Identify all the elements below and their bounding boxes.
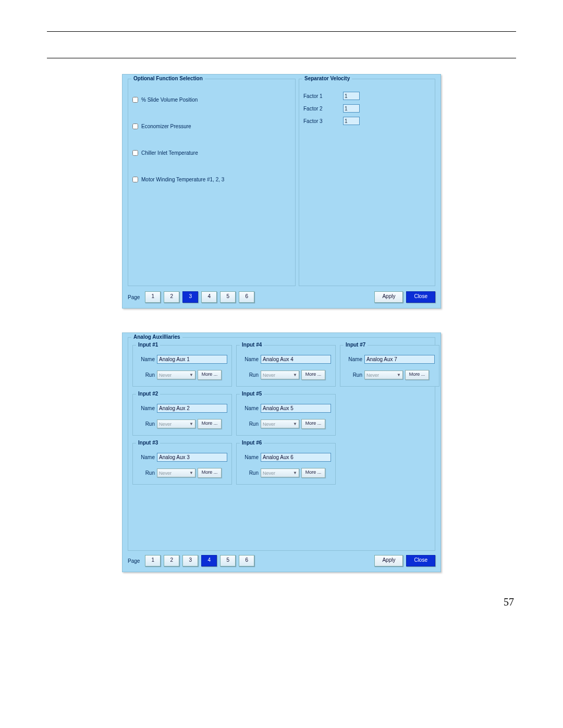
aux-run-value: Never <box>159 471 172 476</box>
aux-more-button[interactable]: More ... <box>198 370 222 380</box>
aux-name-field[interactable] <box>261 404 331 413</box>
page-button-4[interactable]: 4 <box>201 555 217 566</box>
ofs-checkbox[interactable] <box>132 124 138 129</box>
second-rule <box>47 58 516 58</box>
aux-input-legend: Input #1 <box>136 342 160 348</box>
ofs-option-chiller-inlet[interactable]: Chiller Inlet Temperature <box>132 150 291 156</box>
close-button[interactable]: Close <box>406 555 435 566</box>
ofs-label: Economizer Pressure <box>141 124 191 129</box>
analog-aux-legend: Analog Auxilliaries <box>131 334 182 340</box>
aux-run-value: Never <box>263 373 275 378</box>
optional-function-legend: Optional Function Selection <box>131 76 205 81</box>
ofs-checkbox[interactable] <box>132 150 138 156</box>
page-button-3[interactable]: 3 <box>182 291 198 303</box>
page-button-5[interactable]: 5 <box>220 555 236 566</box>
ofs-option-economizer[interactable]: Economizer Pressure <box>132 124 291 129</box>
aux-input-1: Input #1NameRunNever▼More ... <box>132 345 232 387</box>
ofs-option-motor-winding[interactable]: Motor Winding Temperature #1, 2, 3 <box>132 177 291 182</box>
aux-more-button[interactable]: More ... <box>301 468 325 478</box>
pager-row-1: Page 123456 Apply Close <box>128 291 435 303</box>
page-button-6[interactable]: 6 <box>239 291 254 303</box>
aux-run-value: Never <box>366 373 379 378</box>
aux-run-value: Never <box>159 373 172 378</box>
aux-name-label: Name <box>137 356 155 362</box>
aux-more-button[interactable]: More ... <box>198 468 222 478</box>
aux-input-5: Input #5NameRunNever▼More ... <box>236 394 336 436</box>
analog-aux-panel: Analog Auxilliaries Input #1NameRunNever… <box>122 332 441 572</box>
aux-input-legend: Input #5 <box>240 391 264 397</box>
aux-run-value: Never <box>263 422 275 427</box>
aux-more-button[interactable]: More ... <box>198 419 222 429</box>
page-button-4[interactable]: 4 <box>201 291 217 303</box>
sv-row-1: Factor 1 <box>303 92 431 100</box>
chevron-down-icon: ▼ <box>189 471 193 475</box>
optional-function-panel: Optional Function Selection % Slide Volu… <box>122 74 441 309</box>
aux-more-button[interactable]: More ... <box>301 419 325 429</box>
aux-run-select[interactable]: Never▼ <box>364 371 403 379</box>
page-button-2[interactable]: 2 <box>164 555 179 566</box>
sv-input-3[interactable] <box>343 117 360 125</box>
page-button-1[interactable]: 1 <box>145 555 161 566</box>
aux-input-7: Input #7NameRunNever▼More ... <box>340 345 439 387</box>
aux-run-select[interactable]: Never▼ <box>157 468 195 477</box>
pager-label: Page <box>128 558 140 564</box>
aux-name-field[interactable] <box>157 453 227 462</box>
aux-input-legend: Input #3 <box>136 440 160 446</box>
ofs-checkbox[interactable] <box>132 97 138 103</box>
close-button[interactable]: Close <box>406 291 435 303</box>
aux-run-label: Run <box>137 372 155 378</box>
ofs-label: % Slide Volume Position <box>141 97 198 103</box>
page-button-2[interactable]: 2 <box>164 291 179 303</box>
aux-name-field[interactable] <box>261 355 331 364</box>
chevron-down-icon: ▼ <box>397 373 401 377</box>
ofs-label: Chiller Inlet Temperature <box>141 150 198 156</box>
page-button-5[interactable]: 5 <box>220 291 236 303</box>
aux-name-field[interactable] <box>157 404 227 413</box>
aux-name-field[interactable] <box>157 355 227 364</box>
separator-velocity-group: Separator Velocity Factor 1 Factor 2 Fac… <box>299 79 435 286</box>
apply-button[interactable]: Apply <box>374 555 403 566</box>
aux-run-select[interactable]: Never▼ <box>261 371 299 379</box>
aux-input-legend: Input #7 <box>344 342 368 348</box>
aux-input-3: Input #3NameRunNever▼More ... <box>132 443 232 485</box>
aux-input-6: Input #6NameRunNever▼More ... <box>236 443 336 485</box>
aux-run-select[interactable]: Never▼ <box>261 419 299 428</box>
screenshot-1-wrap: Optional Function Selection % Slide Volu… <box>47 74 516 309</box>
chevron-down-icon: ▼ <box>293 373 297 377</box>
ofs-checkbox[interactable] <box>132 177 138 182</box>
aux-run-select[interactable]: Never▼ <box>261 468 299 477</box>
aux-run-label: Run <box>241 470 259 476</box>
aux-input-2: Input #2NameRunNever▼More ... <box>132 394 232 436</box>
analog-aux-group: Analog Auxilliaries Input #1NameRunNever… <box>128 337 435 551</box>
aux-run-select[interactable]: Never▼ <box>157 419 195 428</box>
aux-name-label: Name <box>241 454 259 460</box>
page-button-1[interactable]: 1 <box>145 291 161 303</box>
ofs-option-slide-volume[interactable]: % Slide Volume Position <box>132 97 291 103</box>
sv-input-2[interactable] <box>343 104 360 113</box>
aux-input-4: Input #4NameRunNever▼More ... <box>236 345 336 387</box>
aux-name-field[interactable] <box>261 453 331 462</box>
aux-more-button[interactable]: More ... <box>301 370 325 380</box>
sv-label: Factor 2 <box>303 106 335 112</box>
page-button-3[interactable]: 3 <box>182 555 198 566</box>
aux-run-value: Never <box>263 471 275 476</box>
separator-velocity-legend: Separator Velocity <box>302 76 352 81</box>
sv-input-1[interactable] <box>343 92 360 100</box>
page-number: 57 <box>47 596 516 608</box>
chevron-down-icon: ▼ <box>293 471 297 475</box>
aux-name-field[interactable] <box>364 355 435 364</box>
page-button-6[interactable]: 6 <box>239 555 254 566</box>
pager-label: Page <box>128 294 140 300</box>
top-rule <box>47 31 516 32</box>
optional-function-group: Optional Function Selection % Slide Volu… <box>128 79 296 286</box>
aux-input-legend: Input #4 <box>240 342 264 348</box>
aux-more-button[interactable]: More ... <box>405 370 429 380</box>
aux-run-label: Run <box>241 372 259 378</box>
aux-name-label: Name <box>241 405 259 411</box>
apply-button[interactable]: Apply <box>374 291 403 303</box>
aux-name-label: Name <box>137 454 155 460</box>
aux-run-label: Run <box>137 421 155 427</box>
aux-run-value: Never <box>159 422 172 427</box>
sv-row-2: Factor 2 <box>303 104 431 113</box>
aux-run-select[interactable]: Never▼ <box>157 371 195 379</box>
